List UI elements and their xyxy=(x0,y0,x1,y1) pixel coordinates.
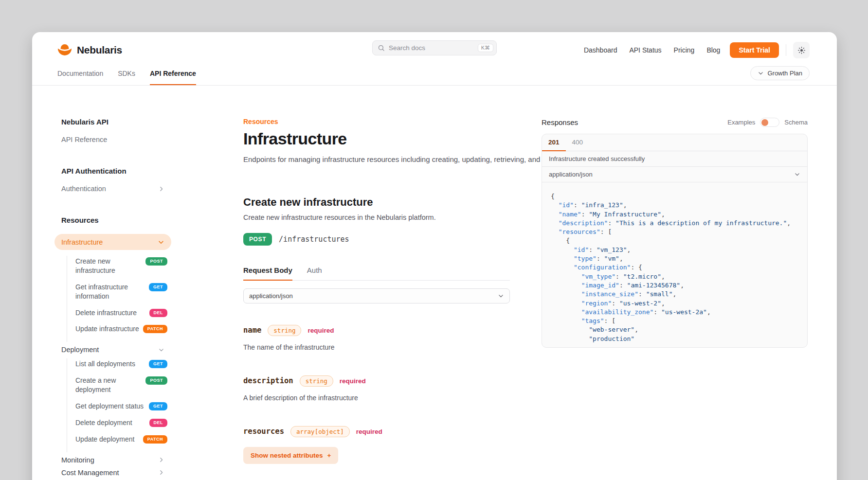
method-badge-get: GET xyxy=(149,283,167,291)
content-area: Nebularis API API Reference API Authenti… xyxy=(32,86,837,480)
start-trial-button[interactable]: Start Trial xyxy=(730,42,779,58)
brand-home-link[interactable]: Nebularis xyxy=(57,43,122,57)
endpoint-label: Get infrastructure information xyxy=(75,283,149,301)
sidebar-item-api-reference[interactable]: API Reference xyxy=(61,136,164,143)
sidebar-endpoint-update-deployment[interactable]: Update deployment PATCH xyxy=(75,435,167,444)
method-badge-patch: PATCH xyxy=(143,435,167,444)
examples-schema-switch[interactable] xyxy=(760,118,779,127)
sidebar-item-deployment[interactable]: Deployment xyxy=(54,346,171,354)
nav-link-blog[interactable]: Blog xyxy=(706,46,720,54)
search-shortcut-badge: K⌘ xyxy=(478,44,493,52)
brand-name: Nebularis xyxy=(77,44,122,56)
sidebar-endpoint-delete-deployment[interactable]: Delete deployment DEL xyxy=(75,418,167,427)
sidebar-item-authentication[interactable]: Authentication xyxy=(61,185,164,193)
method-badge-get: GET xyxy=(149,360,167,368)
param-type-chip: string xyxy=(268,325,301,336)
response-panel: 201 400 Infrastructure created successfu… xyxy=(542,134,808,348)
show-nested-attributes-button[interactable]: Show nested attributes + xyxy=(243,447,338,464)
endpoint-label: Update deployment xyxy=(75,435,143,444)
status-tab-400[interactable]: 400 xyxy=(566,134,590,151)
content-type-select[interactable]: application/json xyxy=(243,288,510,303)
responses-title: Responses xyxy=(542,118,578,126)
page-title: Infrastructure xyxy=(243,129,510,148)
sidebar-item-label: Deployment xyxy=(61,346,99,354)
top-header: Nebularis K⌘ Dashboard API Status Pricin… xyxy=(32,32,837,63)
endpoint-label: Create a new deployment xyxy=(75,376,145,394)
chevron-down-icon xyxy=(498,293,504,299)
sidebar-item-label: Cost Management xyxy=(61,469,119,477)
sidebar-item-cost-management[interactable]: Cost Management xyxy=(54,469,171,477)
operation-subtitle: Create new infrastructure resources in t… xyxy=(243,213,510,221)
chevron-down-icon xyxy=(794,171,800,178)
sidebar-heading-resources: Resources xyxy=(61,216,171,224)
operation-title: Create new infrastructure xyxy=(243,196,510,209)
sidebar-heading-nebularis-api: Nebularis API xyxy=(61,118,171,126)
page-background: Nebularis K⌘ Dashboard API Status Pricin… xyxy=(0,0,868,480)
status-tab-201[interactable]: 201 xyxy=(542,134,566,151)
nav-link-dashboard[interactable]: Dashboard xyxy=(584,46,617,54)
method-badge-get: GET xyxy=(149,402,167,410)
param-head: resources array[object] required xyxy=(243,426,510,437)
infrastructure-endpoint-list: Create new infrastructure POST Get infra… xyxy=(67,256,171,342)
theme-toggle-button[interactable] xyxy=(793,42,810,58)
tab-sdks[interactable]: SDKs xyxy=(118,70,135,85)
sidebar-item-label: Infrastructure xyxy=(61,238,103,246)
response-example-json: { "id": "infra_123", "name": "My Infrast… xyxy=(542,182,807,348)
tab-auth[interactable]: Auth xyxy=(307,266,322,281)
method-badge-del: DEL xyxy=(149,419,168,427)
search-input[interactable] xyxy=(389,44,474,52)
endpoint-line: POST /infrastructures xyxy=(243,233,510,246)
tab-api-reference[interactable]: API Reference xyxy=(150,70,196,85)
response-content-type-select[interactable]: application/json xyxy=(542,167,807,182)
spacer xyxy=(54,143,171,167)
param-required-flag: required xyxy=(356,428,382,435)
switch-knob xyxy=(761,119,768,126)
sidebar-endpoint-create-new-infrastructure[interactable]: Create new infrastructure POST xyxy=(75,257,167,275)
endpoint-label: List all deployments xyxy=(75,359,149,369)
sidebar-endpoint-list-all-deployments[interactable]: List all deployments GET xyxy=(75,359,167,369)
sidebar-endpoint-create-a-new-deployment[interactable]: Create a new deployment POST xyxy=(75,376,167,394)
breadcrumb-resources: Resources xyxy=(243,118,510,125)
sidebar-item-infrastructure-active[interactable]: Infrastructure xyxy=(54,234,171,250)
sidebar-endpoint-get-deployment-status[interactable]: Get deployment status GET xyxy=(75,402,167,411)
search-icon xyxy=(378,44,385,52)
nav-link-pricing[interactable]: Pricing xyxy=(674,46,695,54)
sidebar-endpoint-get-infrastructure-information[interactable]: Get infrastructure information GET xyxy=(75,283,167,301)
tab-documentation[interactable]: Documentation xyxy=(57,70,103,85)
param-description: The name of the infrastructure xyxy=(243,343,510,351)
request-tabs: Request Body Auth xyxy=(243,266,510,281)
method-badge-patch: PATCH xyxy=(143,325,167,333)
chevron-down-icon xyxy=(158,347,164,353)
endpoint-label: Get deployment status xyxy=(75,402,149,411)
toggle-label-examples: Examples xyxy=(727,119,755,126)
chevron-right-icon xyxy=(158,457,164,463)
method-badge-post: POST xyxy=(145,257,167,266)
method-badge-del: DEL xyxy=(149,309,168,317)
nav-link-api-status[interactable]: API Status xyxy=(629,46,661,54)
plan-badge-label: Growth Plan xyxy=(767,70,802,77)
chevron-down-icon xyxy=(158,239,164,246)
brightness-sun-icon xyxy=(797,46,806,54)
param-type-chip: string xyxy=(300,375,333,387)
tab-request-body[interactable]: Request Body xyxy=(243,266,292,281)
deployment-endpoint-list: List all deployments GET Create a new de… xyxy=(67,358,171,452)
response-content-type-value: application/json xyxy=(549,171,593,178)
param-name-label: description xyxy=(243,376,293,385)
header-actions: Dashboard API Status Pricing Blog Start … xyxy=(584,42,810,58)
search-box[interactable]: K⌘ xyxy=(372,40,497,55)
sidebar-item-monitoring[interactable]: Monitoring xyxy=(54,456,171,464)
sidebar-endpoint-update-infrastructure[interactable]: Update infrastructure PATCH xyxy=(75,324,167,334)
param-required-flag: required xyxy=(340,377,366,385)
section-tab-bar: Documentation SDKs API Reference Growth … xyxy=(32,63,837,86)
sidebar-heading-api-authentication: API Authentication xyxy=(61,167,171,175)
method-badge-post: POST xyxy=(243,233,272,246)
sidebar-item-label: Authentication xyxy=(61,185,106,193)
endpoint-label: Delete infrastructure xyxy=(75,308,149,318)
growth-plan-dropdown[interactable]: Growth Plan xyxy=(750,66,810,80)
sidebar-item-label: API Reference xyxy=(61,136,107,143)
response-description-row: Infrastructure created successfully xyxy=(542,151,807,167)
sidebar-endpoint-delete-infrastructure[interactable]: Delete infrastructure DEL xyxy=(75,308,167,318)
nebularis-logo-icon xyxy=(57,43,72,57)
section-tabs: Documentation SDKs API Reference xyxy=(57,70,196,85)
app-window: Nebularis K⌘ Dashboard API Status Pricin… xyxy=(32,32,837,480)
